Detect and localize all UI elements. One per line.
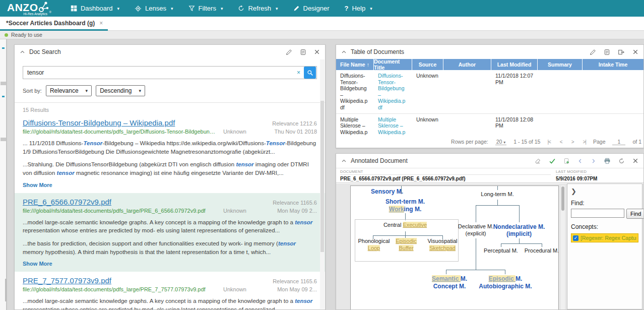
viewer-scrollbar[interactable]	[561, 185, 565, 310]
prev-page-icon[interactable]: <	[560, 139, 562, 145]
edit-pencil-icon[interactable]	[590, 49, 596, 55]
close-icon[interactable]	[314, 49, 320, 55]
collapsed-filter-rail[interactable]	[0, 39, 7, 310]
rail-mark	[2, 47, 5, 49]
show-more-link[interactable]: Show More	[23, 182, 52, 188]
panel-title: Doc Search	[29, 48, 61, 55]
menu-help[interactable]: ?Help▾	[345, 5, 372, 12]
result-date: Mon May 09 2...	[265, 286, 317, 292]
expand-sidebar-icon[interactable]: ❯	[571, 188, 576, 195]
diagram-connector-line	[446, 270, 446, 274]
collapse-chevron-icon[interactable]	[341, 158, 347, 164]
annotation-highlight: Semantic	[432, 275, 461, 282]
text-segment: Central	[383, 222, 403, 228]
doc-search-panel: Doc Search × Sort by: Relevance ▾ Descen…	[14, 44, 326, 310]
find-button[interactable]: Find	[626, 209, 644, 219]
close-icon[interactable]	[632, 158, 638, 164]
collapse-chevron-icon[interactable]	[20, 49, 25, 55]
find-input[interactable]	[571, 209, 624, 218]
next-page-icon[interactable]: >	[571, 139, 574, 145]
scrollbar-thumb[interactable]	[320, 101, 324, 252]
column-header-file-name[interactable]: File Name ↑	[336, 59, 374, 70]
rail-handle[interactable]	[1, 138, 6, 141]
result-file-url: file:///global/nfs/data/test-documents/p…	[23, 286, 218, 292]
first-page-icon[interactable]: |<	[547, 139, 550, 145]
doc-search-scrollbar[interactable]	[320, 59, 325, 309]
table-row[interactable]: Diffusions-Tensor-Bildgebung – Wikipedia…	[336, 70, 643, 114]
search-input[interactable]	[27, 69, 293, 76]
table-cell-author	[443, 114, 491, 136]
lens-icon	[135, 5, 142, 12]
previous-annotation-icon[interactable]	[577, 158, 583, 164]
document-viewer: Sensory M.Long-term M.Short-term M.Worki…	[336, 183, 643, 309]
menu-designer[interactable]: Designer	[293, 5, 330, 12]
export-icon[interactable]	[618, 49, 625, 55]
snippet-text: ... 11/1/2018 Diffusions-	[23, 140, 83, 146]
search-result-item[interactable]: PRE_7_7577.07973v9.pdfRelevance 1165.6fi…	[15, 272, 325, 310]
tab-close-icon[interactable]: ×	[99, 20, 103, 27]
result-title-link[interactable]: PRE_7_7577.07973v9.pdf	[23, 276, 111, 285]
table-row[interactable]: Multiple Sklerose – Wikipedia.pdfMultipl…	[336, 114, 643, 136]
annotated-panel-header: Annotated Document	[336, 154, 643, 168]
document-title-link[interactable]: Multiple Sklerose – Wikipedia.pdf	[374, 114, 412, 136]
menu-dashboard[interactable]: Dashboard▾	[71, 5, 119, 12]
anzo-logo[interactable]: ANZO ® Hi-Res Analytics	[7, 1, 51, 16]
table-cell-last_modified: 11/1/2018 12:08 PM	[491, 114, 538, 136]
document-page[interactable]: Sensory M.Long-term M.Short-term M.Worki…	[350, 185, 559, 310]
menu-filters[interactable]: Filters▾	[188, 5, 223, 12]
page-number-input[interactable]: 1	[612, 139, 625, 145]
last-page-icon[interactable]: >|	[583, 139, 586, 145]
column-header-summary[interactable]: Summary	[538, 59, 583, 70]
new-page-icon[interactable]	[563, 158, 570, 164]
sort-order-select[interactable]: Descending ▾	[96, 85, 145, 96]
concept-checkbox[interactable]: ✓	[573, 235, 578, 241]
edit-pencil-icon[interactable]	[286, 49, 292, 55]
show-more-link[interactable]: Show More	[23, 261, 52, 267]
rows-per-page-select[interactable]: 20 ▾	[495, 139, 507, 145]
result-snippet: ... 11/1/2018 Diffusions-Tensor-Bildgebu…	[23, 139, 317, 156]
tab-soccer-articles-dashboard[interactable]: *Soccer Articles Dashboard (g) ×	[0, 17, 108, 31]
column-header-document-title[interactable]: Document Title	[374, 59, 412, 70]
refresh-icon[interactable]	[618, 158, 625, 164]
status-bar: Ready to use	[0, 31, 644, 39]
report-clipboard-icon[interactable]	[300, 49, 306, 55]
column-header-intake-time[interactable]: Intake Time	[583, 59, 643, 70]
sort-order-value: Descending	[100, 87, 132, 94]
document-title-link[interactable]: Diffusions-Tensor-Bildgebung – Wikipedia…	[374, 70, 412, 113]
clear-search-icon[interactable]: ×	[293, 69, 304, 76]
result-title-link[interactable]: Diffusions-Tensor-Bildgebung – Wikipedia…	[23, 118, 175, 127]
diagram-node-sensory: Sensory M.	[371, 188, 403, 195]
close-icon[interactable]	[632, 49, 638, 55]
next-annotation-icon[interactable]	[591, 158, 596, 164]
collapse-chevron-icon[interactable]	[341, 49, 347, 55]
concept-item[interactable]: ✓[Regexer: Regex Capture] (2920)	[571, 233, 638, 242]
result-relevance: Relevance 1165.6	[273, 200, 317, 206]
status-text: Ready to use	[11, 32, 42, 38]
eraser-icon[interactable]	[534, 158, 541, 164]
search-button[interactable]	[304, 67, 316, 79]
rail-scrollbar-thumb[interactable]	[5, 279, 7, 301]
column-header-last-modified[interactable]: Last Modified	[491, 59, 538, 70]
snippet-text: ...model large-scale semantic knowledge …	[23, 219, 295, 225]
search-result-item[interactable]: PRE_6_6566.07972v9.pdfRelevance 1165.6fi…	[15, 193, 325, 272]
diagram-node-semantic: Semantic M.	[432, 275, 467, 282]
table-cell-summary	[538, 114, 583, 136]
rail-handle[interactable]	[1, 82, 6, 85]
result-file-url: file:///global/nfs/data/test-documents/p…	[23, 129, 218, 135]
menu-refresh[interactable]: Refresh▾	[238, 5, 278, 12]
diagram-node-nondeclarative: Nondeclarative M.	[493, 223, 545, 230]
menu-lenses[interactable]: Lenses▾	[135, 5, 173, 12]
scrollbar-thumb[interactable]	[561, 187, 564, 211]
search-result-item[interactable]: Diffusions-Tensor-Bildgebung – Wikipedia…	[15, 114, 325, 193]
report-clipboard-icon[interactable]	[604, 49, 610, 55]
approve-check-icon[interactable]	[549, 158, 556, 164]
column-header-source[interactable]: Source	[412, 59, 443, 70]
text-segment: ing M.	[404, 206, 422, 213]
sort-field-select[interactable]: Relevance ▾	[46, 85, 92, 96]
annotation-highlight: Episodic	[396, 238, 417, 244]
page-label: Page	[593, 139, 606, 145]
table-cell-source: Unknown	[412, 70, 443, 113]
column-header-author[interactable]: Author	[443, 59, 491, 70]
print-icon[interactable]	[604, 158, 611, 164]
result-title-link[interactable]: PRE_6_6566.07972v9.pdf	[23, 198, 111, 206]
